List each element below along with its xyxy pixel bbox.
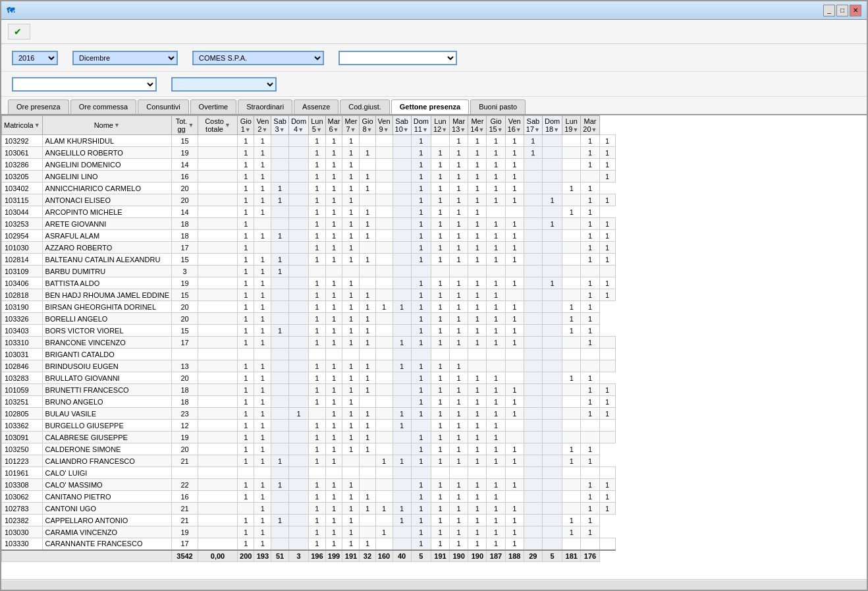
th-lun12[interactable]: Lun12▼	[431, 116, 449, 135]
cell-day-6: 1	[325, 337, 342, 349]
cell-day-4	[288, 384, 308, 396]
cell-day-5: 1	[309, 538, 325, 550]
cell-day-18	[542, 135, 562, 147]
th-ven2[interactable]: Ven2▼	[254, 116, 271, 135]
th-costo[interactable]: Costototale▼	[198, 116, 238, 135]
th-ven9[interactable]: Ven9▼	[375, 116, 393, 135]
cell-day-17	[524, 301, 542, 313]
th-sab10[interactable]: Sab10▼	[393, 116, 411, 135]
tab-cod-giust[interactable]: Cod.giust.	[340, 99, 390, 114]
tab-straordinari[interactable]: Straordinari	[238, 99, 292, 114]
ditta-filter: COMES S.P.A.	[188, 51, 324, 65]
th-dom11[interactable]: Dom11▼	[411, 116, 431, 135]
cell-day-11: 1	[411, 206, 431, 218]
cell-day-17	[524, 289, 542, 301]
cell-day-12: 1	[431, 206, 449, 218]
cell-day-19: 1	[562, 301, 581, 313]
th-mar20[interactable]: Mar20▼	[581, 116, 599, 135]
cell-day-21: 1	[599, 135, 615, 147]
th-mer7[interactable]: Mer7▼	[342, 116, 360, 135]
avvia-button[interactable]: ✔	[8, 24, 30, 40]
cell-tot: 15	[172, 254, 198, 266]
cell-day-3	[271, 396, 289, 408]
cell-day-8: 1	[360, 360, 375, 372]
th-mar6[interactable]: Mar6▼	[325, 116, 342, 135]
cell-day-6	[325, 349, 342, 360]
cell-day-14: 1	[468, 313, 487, 325]
tab-ore-commessa[interactable]: Ore commessa	[70, 99, 137, 114]
cell-day-19	[562, 538, 581, 550]
th-gio8[interactable]: Gio8▼	[360, 116, 375, 135]
cantiere-select[interactable]	[339, 51, 457, 65]
cell-day-12: 1	[431, 218, 449, 230]
cell-day-3: 1	[271, 183, 289, 194]
cell-day-20: 1	[581, 479, 599, 491]
th-lun5[interactable]: Lun5▼	[309, 116, 325, 135]
cell-day-6: 1	[325, 218, 342, 230]
ditta-select[interactable]: COMES S.P.A.	[192, 51, 324, 65]
h-scrollbar-container[interactable]	[1, 579, 867, 590]
cell-day-9	[375, 432, 393, 443]
cell-day-21: 1	[599, 289, 615, 301]
cell-day-2: 1	[254, 171, 271, 183]
anno-select[interactable]: 2016	[12, 51, 58, 65]
th-dom18[interactable]: Dom18▼	[542, 116, 562, 135]
cell-day-16: 1	[505, 325, 524, 337]
th-mar13[interactable]: Mar13▼	[450, 116, 468, 135]
cell-costo	[198, 479, 238, 491]
th-mer14[interactable]: Mer14▼	[468, 116, 487, 135]
cell-day-12: 1	[431, 396, 449, 408]
cell-day-5: 1	[309, 159, 325, 171]
cell-costo	[198, 277, 238, 289]
cell-day-18	[542, 432, 562, 443]
cell-day-15: 1	[487, 503, 505, 515]
cell-day-17	[524, 455, 542, 467]
cell-tot: 20	[172, 194, 198, 206]
tab-overtime[interactable]: Overtime	[190, 99, 237, 114]
th-nome[interactable]: Nome▼	[42, 116, 171, 135]
cell-day-20: 1	[581, 491, 599, 503]
cell-day-5: 1	[309, 277, 325, 289]
tab-buoni-pasto[interactable]: Buoni pasto	[470, 99, 526, 114]
close-button[interactable]: ✕	[850, 5, 861, 16]
cell-costo	[198, 194, 238, 206]
maximize-button[interactable]: □	[836, 5, 848, 16]
cell-day-21: 1	[599, 194, 615, 206]
cell-day-8: 1	[360, 491, 375, 503]
th-ven16[interactable]: Ven16▼	[505, 116, 524, 135]
tab-assenze[interactable]: Assenze	[294, 99, 339, 114]
mese-select[interactable]: Dicembre	[72, 51, 178, 65]
cell-day-6: 1	[325, 135, 342, 147]
cell-day-2: 1	[254, 432, 271, 443]
cell-day-3	[271, 301, 289, 313]
th-sab17[interactable]: Sab17▼	[524, 116, 542, 135]
cell-day-18	[542, 384, 562, 396]
th-dom4[interactable]: Dom4▼	[288, 116, 308, 135]
th-sab3[interactable]: Sab3▼	[271, 116, 289, 135]
table-container[interactable]: Matricola▼ Nome▼ Tot.gg▼ Costototale▼ Gi…	[1, 115, 867, 579]
cell-day-18	[542, 289, 562, 301]
cell-costo	[198, 206, 238, 218]
cell-nome: BRULLATO GIOVANNI	[42, 372, 171, 384]
cell-day-19	[562, 408, 581, 420]
cell-day-6: 1	[325, 538, 342, 550]
th-lun19[interactable]: Lun19▼	[562, 116, 581, 135]
th-gio15[interactable]: Gio15▼	[487, 116, 505, 135]
h-scrollbar[interactable]	[1, 580, 867, 590]
cell-day-12: 1	[431, 455, 449, 467]
buoni-select[interactable]	[171, 77, 277, 92]
cell-matricola: 103062	[2, 491, 43, 503]
minimize-button[interactable]: _	[823, 5, 835, 16]
cell-day-18	[542, 313, 562, 325]
causale-select[interactable]	[12, 77, 157, 92]
tab-consuntivi[interactable]: Consuntivi	[138, 99, 188, 114]
cell-day-12	[431, 349, 449, 360]
tab-gettone-presenza[interactable]: Gettone presenza	[391, 99, 469, 114]
cell-tot: 21	[172, 515, 198, 526]
th-gio1[interactable]: Gio1▼	[238, 116, 254, 135]
cell-day-14	[468, 467, 487, 479]
cell-day-7	[342, 467, 360, 479]
tab-ore-presenza[interactable]: Ore presenza	[8, 99, 69, 114]
th-matricola[interactable]: Matricola▼	[2, 116, 43, 135]
th-tot[interactable]: Tot.gg▼	[172, 116, 198, 135]
